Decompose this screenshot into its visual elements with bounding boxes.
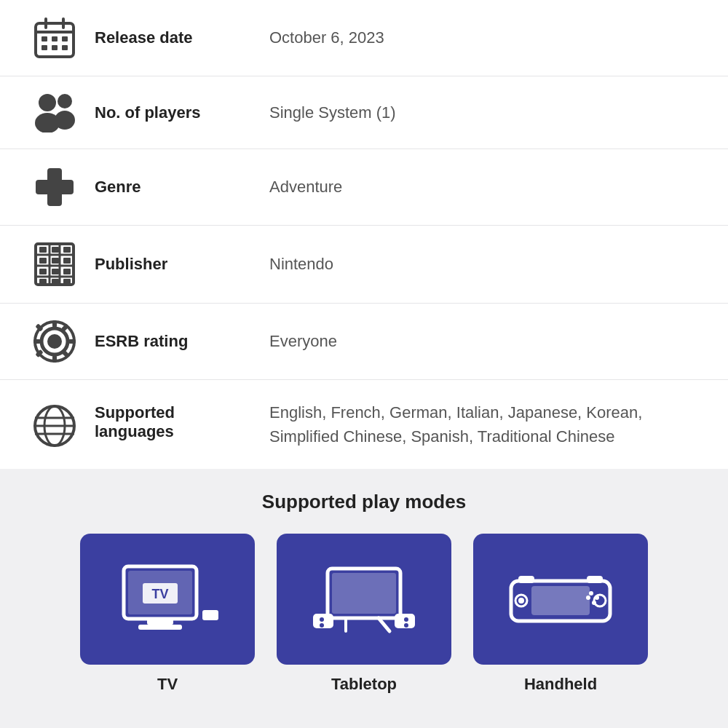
svg-rect-25: [39, 258, 47, 264]
svg-rect-30: [63, 269, 71, 274]
tabletop-label: Tabletop: [331, 675, 397, 694]
svg-rect-32: [52, 279, 59, 285]
languages-row: Supported languages English, French, Ger…: [0, 380, 728, 469]
genre-value: Adventure: [248, 178, 706, 197]
esrb-icon: [22, 320, 87, 363]
num-players-value: Single System (1): [248, 103, 706, 122]
genre-icon: [22, 165, 87, 209]
svg-rect-6: [62, 36, 68, 41]
svg-rect-4: [41, 36, 47, 41]
svg-point-75: [518, 598, 524, 604]
publisher-value: Nintendo: [248, 255, 706, 274]
play-mode-tv: TV TV: [80, 534, 255, 694]
svg-point-64: [320, 623, 324, 628]
svg-rect-15: [36, 180, 74, 194]
esrb-rating-row: ESRB rating Everyone: [0, 304, 728, 380]
svg-rect-68: [531, 586, 590, 615]
svg-rect-24: [63, 247, 71, 253]
svg-rect-33: [63, 279, 71, 285]
svg-rect-38: [52, 355, 57, 363]
genre-row: Genre Adventure: [0, 149, 728, 226]
svg-rect-52: [147, 619, 173, 625]
svg-rect-37: [52, 320, 57, 328]
play-mode-tabletop: Tabletop: [277, 534, 451, 694]
tv-label: TV: [157, 675, 178, 694]
handheld-label: Handheld: [524, 675, 597, 694]
svg-rect-26: [52, 258, 59, 264]
svg-rect-8: [52, 45, 58, 50]
release-date-value: October 6, 2023: [248, 28, 706, 47]
svg-text:TV: TV: [151, 587, 168, 601]
svg-line-59: [379, 618, 389, 631]
svg-point-63: [320, 617, 324, 622]
svg-point-66: [404, 623, 408, 628]
svg-rect-5: [52, 36, 58, 41]
publisher-icon: [22, 242, 87, 287]
release-date-row: Release date October 6, 2023: [0, 0, 728, 76]
svg-rect-77: [587, 576, 603, 583]
svg-point-65: [404, 617, 408, 622]
svg-point-73: [592, 601, 596, 605]
svg-point-74: [586, 596, 590, 600]
svg-rect-40: [68, 339, 76, 344]
svg-rect-28: [39, 269, 47, 274]
publisher-label: Publisher: [87, 255, 248, 274]
svg-rect-23: [52, 247, 59, 253]
svg-rect-9: [62, 45, 68, 50]
svg-rect-22: [39, 247, 47, 253]
svg-rect-29: [52, 269, 59, 274]
svg-rect-58: [332, 573, 396, 614]
languages-value: English, French, German, Italian, Japane…: [248, 400, 706, 448]
genre-label: Genre: [87, 178, 248, 197]
handheld-card: [473, 534, 648, 665]
play-mode-handheld: Handheld: [473, 534, 648, 694]
play-modes-section: Supported play modes TV TV: [0, 469, 728, 723]
globe-icon: [22, 400, 87, 448]
release-date-label: Release date: [87, 28, 248, 47]
num-players-row: No. of players Single System (1): [0, 76, 728, 149]
svg-rect-7: [41, 45, 47, 50]
calendar-icon: [22, 16, 87, 60]
svg-rect-76: [518, 576, 534, 583]
svg-point-13: [35, 113, 60, 132]
svg-rect-31: [39, 279, 47, 285]
info-rows: Release date October 6, 2023 No. of play…: [0, 0, 728, 469]
esrb-rating-value: Everyone: [248, 332, 706, 351]
languages-label: Supported languages: [87, 400, 248, 441]
svg-rect-53: [138, 625, 182, 630]
svg-rect-39: [33, 339, 41, 344]
tabletop-card: [277, 534, 451, 665]
play-modes-title: Supported play modes: [15, 491, 713, 513]
svg-point-12: [39, 94, 56, 111]
tv-card: TV: [80, 534, 255, 665]
players-icon: [22, 92, 87, 132]
svg-point-71: [589, 591, 593, 596]
publisher-row: Publisher Nintendo: [0, 226, 728, 304]
num-players-label: No. of players: [87, 103, 248, 122]
svg-rect-54: [202, 610, 218, 620]
svg-point-10: [58, 94, 72, 108]
svg-rect-27: [63, 258, 71, 264]
svg-point-72: [595, 596, 599, 600]
esrb-rating-label: ESRB rating: [87, 332, 248, 351]
svg-point-35: [47, 334, 62, 349]
play-modes-grid: TV TV: [15, 534, 713, 694]
